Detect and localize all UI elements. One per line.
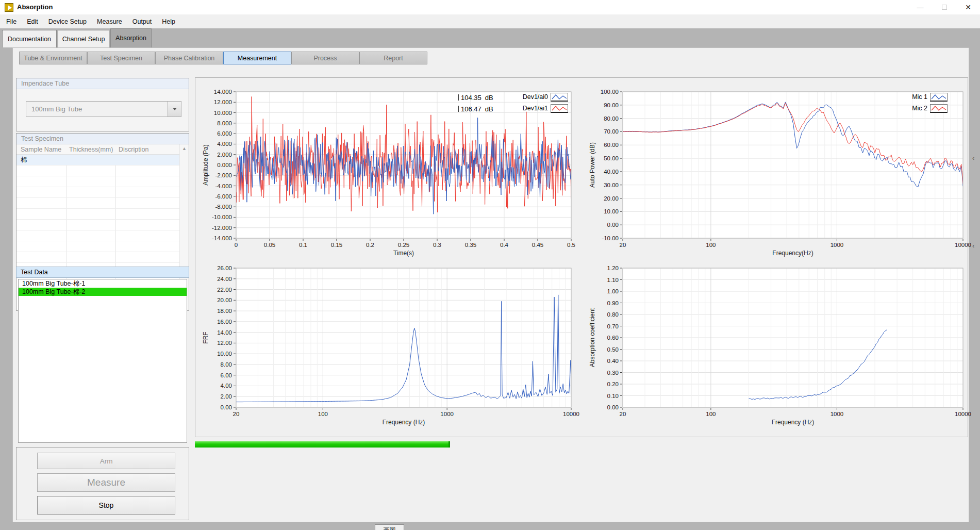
right-collapse-top-icon[interactable]: ‹ [972,155,978,162]
rms-value-1: 104.35dB [458,93,493,102]
auto-power-legend-mic-2: Mic 2 [891,104,948,113]
auto-power-legend-mic-1: Mic 1 [891,92,948,102]
app-icon [5,3,13,12]
play-icon [8,5,12,10]
menu-item-file[interactable]: File [1,14,22,28]
right-collapse-bottom-icon[interactable]: ‹ [972,242,978,250]
specimen-row-empty [16,241,179,252]
column-header-thickness-mm: Thickness(mm) [69,146,113,153]
bottom-tab-draw[interactable]: 画图 [375,524,404,530]
tab-documentation[interactable]: Documentation [2,30,57,47]
subtab-report[interactable]: Report [359,52,427,64]
specimen-row-empty [16,220,179,230]
rms-value-number: 106.47 [461,105,481,113]
actions-groupbox: Arm Measure Stop [16,447,189,520]
cursor-tick-icon [458,106,459,112]
time-domain-plot-area[interactable] [236,92,571,238]
specimen-row-empty [16,198,179,209]
test-data-list[interactable]: 100mm Big Tube-棉-1100mm Big Tube-棉-2 [18,279,187,443]
menu-item-measure[interactable]: Measure [92,14,127,28]
measure-button[interactable]: Measure [37,473,175,492]
app-window: Absorption — ✕ FileEditDevice SetupMeasu… [0,0,980,530]
impedance-tube-groupbox: Impendace Tube 100mm Big Tube [16,78,189,131]
test-data-item-1[interactable]: 100mm Big Tube-棉-1 [19,279,187,288]
auto-power-legend-label: Mic 2 [891,105,927,112]
menu-bar: FileEditDevice SetupMeasureOutputHelp [0,14,980,28]
column-header-sample-name: Sample Name [21,146,61,153]
menu-item-edit[interactable]: Edit [22,14,43,28]
progress-bar [195,441,450,448]
auto-power-legend-mic-1-icon[interactable] [930,93,948,102]
maximize-icon [942,5,947,10]
time-domain-legend-dev1-ai1: Dev1/ai1 [512,104,569,113]
time-domain-legend-dev1-ai1-icon[interactable] [551,104,568,113]
cursor-tick-icon [458,94,459,101]
window-title: Absorption [17,3,53,11]
specimen-row[interactable]: 棉 [16,155,179,165]
rms-value-number: 104.35 [461,94,481,102]
title-bar: Absorption — ✕ [0,0,980,14]
specimen-row-empty [16,252,179,263]
specimen-row-empty [16,187,179,198]
subtab-tube-environment[interactable]: Tube & Environment [19,52,87,64]
test-data-item-2[interactable]: 100mm Big Tube-棉-2 [19,288,187,296]
specimen-row-empty [16,230,179,241]
stop-button[interactable]: Stop [37,496,175,515]
time-domain-legend-dev1-ai0: Dev1/ai0 [512,92,569,102]
tab-strip: DocumentationChannel SetupAbsorption [0,28,980,47]
rms-value-unit: dB [485,94,493,102]
menu-item-help[interactable]: Help [157,14,180,28]
specimen-row-empty [16,165,179,176]
menu-item-output[interactable]: Output [127,14,157,28]
scroll-up-icon[interactable]: ▲ [182,146,187,151]
close-button[interactable]: ✕ [956,0,980,14]
absorption-coefficient-plot-area[interactable] [623,268,963,407]
auto-power-legend-mic-2-icon[interactable] [930,104,948,113]
auto-power-plot-area[interactable] [623,92,963,238]
impedance-tube-title: Impendace Tube [16,78,189,89]
column-header-discription: Discription [119,146,148,153]
tab-channel-setup[interactable]: Channel Setup [58,30,109,47]
subtab-process[interactable]: Process [291,52,359,64]
test-data-header: Test Data [16,267,189,278]
subtab-phase-calibration[interactable]: Phase Calibration [155,52,223,64]
menu-item-device-setup[interactable]: Device Setup [43,14,92,28]
specimen-row-empty [16,209,179,220]
minimize-button[interactable]: — [908,0,932,14]
time-domain-legend-label: Dev1/ai1 [512,105,548,112]
arm-button[interactable]: Arm [37,453,175,469]
rms-value-2: 106.47dB [458,105,493,113]
tab-absorption[interactable]: Absorption [110,28,152,47]
subtab-test-specimen[interactable]: Test Specimen [87,52,155,64]
tube-select-dropdown-button[interactable] [168,102,181,117]
tube-select-value: 100mm Big Tube [26,102,168,117]
time-domain-legend-label: Dev1/ai0 [512,93,548,101]
specimen-table-header: Sample NameThickness(mm)Discription [16,144,179,155]
chevron-down-icon [173,108,177,110]
test-specimen-title: Test Specimen [16,134,189,144]
specimen-row-empty [16,176,179,187]
rms-value-unit: dB [485,105,493,113]
time-domain-legend-dev1-ai0-icon[interactable] [551,93,568,102]
subtab-measurement[interactable]: Measurement [223,52,291,64]
tube-select[interactable]: 100mm Big Tube [26,101,181,117]
auto-power-legend-label: Mic 1 [891,93,927,101]
frf-plot-area[interactable] [236,268,571,407]
maximize-button[interactable] [933,0,956,14]
